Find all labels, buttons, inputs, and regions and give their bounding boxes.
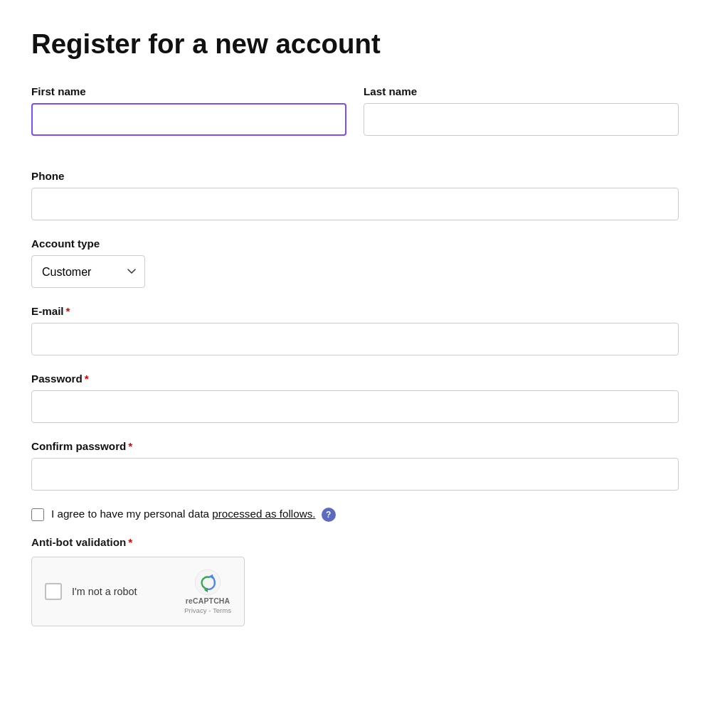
confirm-password-label: Confirm password*	[31, 440, 679, 452]
last-name-input[interactable]	[364, 103, 679, 136]
recaptcha-links: Privacy - Terms	[184, 606, 231, 614]
account-type-select[interactable]: Customer Business Admin	[31, 255, 145, 288]
password-input[interactable]	[31, 390, 679, 423]
phone-input[interactable]	[31, 188, 679, 220]
agree-checkbox[interactable]	[31, 508, 44, 521]
account-type-label: Account type	[31, 237, 679, 250]
agree-label: I agree to have my personal data process…	[51, 508, 336, 522]
recaptcha-checkbox[interactable]	[45, 583, 62, 600]
last-name-label: Last name	[364, 85, 679, 97]
page-title: Register for a new account	[31, 28, 679, 60]
recaptcha-text: I'm not a robot	[72, 586, 137, 597]
email-required-marker: *	[66, 305, 70, 317]
anti-bot-label: Anti-bot validation*	[31, 536, 679, 548]
password-label: Password*	[31, 373, 679, 385]
email-label: E-mail*	[31, 305, 679, 317]
help-icon[interactable]: ?	[322, 508, 336, 522]
confirm-password-input[interactable]	[31, 458, 679, 491]
recaptcha-brand-label: reCAPTCHA	[186, 597, 231, 605]
confirm-password-required-marker: *	[128, 440, 132, 452]
first-name-label: First name	[31, 85, 346, 97]
email-input[interactable]	[31, 323, 679, 355]
recaptcha-widget[interactable]: I'm not a robot reCAPTCHA Privacy - Term…	[31, 557, 245, 626]
password-required-marker: *	[85, 373, 89, 385]
processed-as-follows-link[interactable]: processed as follows.	[212, 508, 315, 520]
anti-bot-required-marker: *	[128, 536, 132, 548]
recaptcha-logo-icon	[194, 569, 221, 596]
phone-label: Phone	[31, 170, 679, 182]
first-name-input[interactable]	[31, 103, 346, 136]
